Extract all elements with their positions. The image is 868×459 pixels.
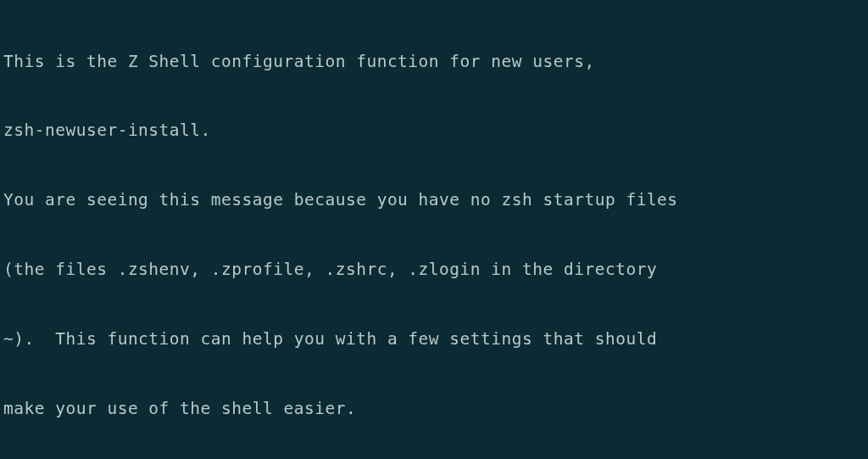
terminal-output[interactable]: This is the Z Shell configuration functi… (3, 3, 868, 459)
intro-line-6: make your use of the shell easier. (3, 397, 868, 420)
intro-line-5: ~). This function can help you with a fe… (3, 327, 868, 350)
intro-line-1: This is the Z Shell configuration functi… (3, 50, 868, 73)
intro-line-4: (the files .zshenv, .zprofile, .zshrc, .… (3, 258, 868, 281)
intro-line-2: zsh-newuser-install. (3, 119, 868, 142)
intro-line-3: You are seeing this message because you … (3, 188, 868, 211)
